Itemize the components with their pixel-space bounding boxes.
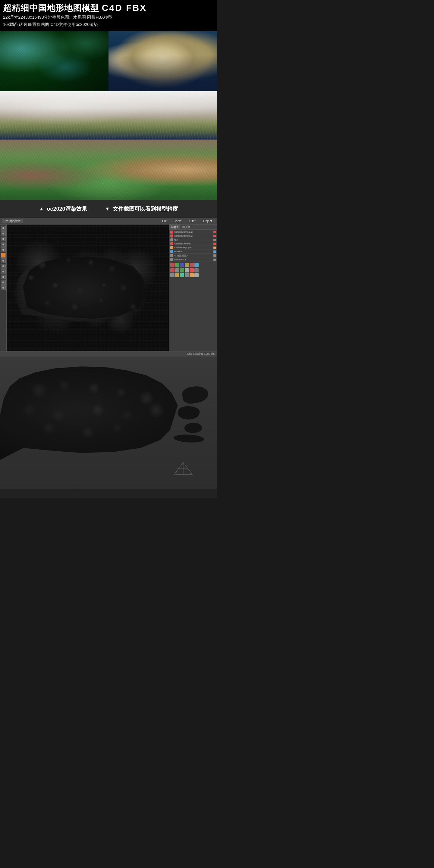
panel-icon-4[interactable] xyxy=(185,263,189,267)
scene-controls-3 xyxy=(213,239,216,241)
image-grid xyxy=(0,31,217,200)
arrow-down-icon: ▼ xyxy=(105,206,110,212)
panel-icon-9[interactable] xyxy=(180,268,184,273)
panel-icon-15[interactable] xyxy=(180,273,184,277)
panel-icon-6[interactable] xyxy=(194,263,198,267)
scene-icon-7 xyxy=(170,254,173,257)
scene-controls-2 xyxy=(213,235,216,237)
bottom-canvas xyxy=(0,356,217,489)
panel-icon-1[interactable] xyxy=(170,263,175,267)
tool-btn-4[interactable] xyxy=(1,242,6,247)
scene-controls-1 xyxy=(213,231,216,233)
scene-icon-4 xyxy=(170,242,173,245)
svg-line-5 xyxy=(174,468,179,474)
footer-bar xyxy=(0,489,217,498)
header-section: 超精细中国地形地图模型 C4D FBX 22k尺寸22430x16490分辨率颜… xyxy=(0,0,217,31)
tool-btn-5[interactable] xyxy=(1,247,6,252)
ctrl-grey-7[interactable] xyxy=(213,254,216,257)
scene-label-1: OctaneCamera.2 xyxy=(174,230,193,233)
tool-btn-10[interactable] xyxy=(1,275,6,279)
subtitle-line1: 22k尺寸22430x16490分辨率颜色图、水系图 附带FBX模型 xyxy=(3,14,214,21)
viewport-left-toolbar xyxy=(0,224,7,351)
tool-btn-3[interactable] xyxy=(1,237,6,241)
tool-btn-12[interactable] xyxy=(1,285,6,290)
right-panel-tab-stage[interactable]: Stage xyxy=(169,224,180,229)
panel-icon-3[interactable] xyxy=(180,263,184,267)
ctrl-red-4[interactable] xyxy=(213,243,216,245)
banner-left-text: oc2020渲染效果 xyxy=(47,205,87,213)
scene-label-4: OctaneCamera xyxy=(174,242,190,245)
panel-icon-11[interactable] xyxy=(190,268,194,273)
banner-section: ▲ oc2020渲染效果 ▼ 文件截图可以看到模型精度 xyxy=(0,200,217,218)
scene-icon-5 xyxy=(170,246,173,249)
right-panel-content: OctaneCamera.2 OctaneCamera.2 Null xyxy=(169,230,217,278)
scene-item-6[interactable]: Editor0 xyxy=(170,250,216,254)
ctrl-red-2[interactable] xyxy=(213,235,216,237)
panel-icon-14[interactable] xyxy=(175,273,179,277)
ctrl-blue-6[interactable] xyxy=(213,250,216,253)
panel-icon-10[interactable] xyxy=(185,268,189,273)
scene-item-1[interactable]: OctaneCamera.2 xyxy=(170,230,216,234)
viewport-section: Perspective Edit View Filter Object xyxy=(0,218,217,356)
green-wide-image xyxy=(0,140,217,200)
viewport-main: Stage Object OctaneCamera.2 OctaneCamera… xyxy=(0,224,217,351)
panel-icon-17[interactable] xyxy=(190,273,194,277)
ctrl-orange-5[interactable] xyxy=(213,247,216,249)
scene-label-5: OctaneDayLight xyxy=(174,246,191,249)
ctrl-grey-3[interactable] xyxy=(213,239,216,241)
viewport-canvas[interactable] xyxy=(7,224,169,351)
status-text: Grid Spacing: 1000 cm xyxy=(187,352,215,355)
panel-icon-18[interactable] xyxy=(194,273,198,277)
tool-btn-7[interactable] xyxy=(1,258,6,263)
viewport-right-panel: Stage Object OctaneCamera.2 OctaneCamera… xyxy=(169,224,217,351)
island-2 xyxy=(178,405,200,421)
title-chinese: 超精细中国地形地图模型 xyxy=(3,3,99,13)
ctrl-red-1[interactable] xyxy=(213,231,216,233)
tool-btn-6[interactable] xyxy=(1,253,6,258)
tool-btn-9[interactable] xyxy=(1,269,6,274)
svg-line-6 xyxy=(188,468,192,474)
panel-icon-2[interactable] xyxy=(175,263,179,267)
terrain-green-image xyxy=(0,31,108,91)
viewport-header: Perspective Edit View Filter Object xyxy=(0,218,217,224)
scene-icon-6 xyxy=(170,250,173,253)
page-title: 超精细中国地形地图模型 C4D FBX xyxy=(3,2,214,13)
panel-icon-5[interactable] xyxy=(190,263,194,267)
viewport-menu-edit[interactable]: Edit xyxy=(160,219,170,223)
scene-controls-8 xyxy=(213,258,216,261)
scene-item-5[interactable]: OctaneDayLight xyxy=(170,246,216,250)
tool-btn-2[interactable] xyxy=(1,231,6,236)
panel-icon-13[interactable] xyxy=(170,273,175,277)
scene-item-7[interactable]: 中地图模型.4 xyxy=(170,254,216,258)
tool-btn-8[interactable] xyxy=(1,264,6,269)
tool-btn-1[interactable] xyxy=(1,226,6,230)
scene-item-2[interactable]: OctaneCamera.2 xyxy=(170,234,216,238)
scene-label-8: Extrude0.4 xyxy=(174,258,186,261)
scene-label-7: 中地图模型.4 xyxy=(174,254,188,257)
scene-item-8[interactable]: Extrude0.4 xyxy=(170,258,216,262)
panel-icon-12[interactable] xyxy=(194,268,198,273)
viewport-status-bar: Grid Spacing: 1000 cm xyxy=(0,351,217,356)
panel-icon-8[interactable] xyxy=(175,268,179,273)
scene-item-4[interactable]: OctaneCamera xyxy=(170,242,216,246)
ctrl-grey-8[interactable] xyxy=(213,258,216,261)
icon-grid-row xyxy=(170,262,216,268)
island-1 xyxy=(181,384,210,405)
icon-grid-row-3 xyxy=(170,273,216,278)
viewport-menu-filter[interactable]: Filter xyxy=(187,219,198,223)
islands-container xyxy=(169,383,213,450)
panel-icon-7[interactable] xyxy=(170,268,175,273)
viewport-tab-perspective[interactable]: Perspective xyxy=(2,219,23,223)
scene-icon-2 xyxy=(170,235,173,238)
panel-icon-16[interactable] xyxy=(185,273,189,277)
scene-controls-5 xyxy=(213,247,216,249)
right-panel-tab-object[interactable]: Object xyxy=(180,224,192,229)
scene-item-3[interactable]: Null xyxy=(170,238,216,242)
tool-btn-11[interactable] xyxy=(1,280,6,285)
title-software: C4D FBX xyxy=(102,3,147,13)
scene-controls-6 xyxy=(213,250,216,253)
scene-controls-7 xyxy=(213,254,216,257)
viewport-menu-object[interactable]: Object xyxy=(201,219,215,223)
bottom-3d-section xyxy=(0,356,217,489)
viewport-menu-view[interactable]: View xyxy=(173,219,184,223)
